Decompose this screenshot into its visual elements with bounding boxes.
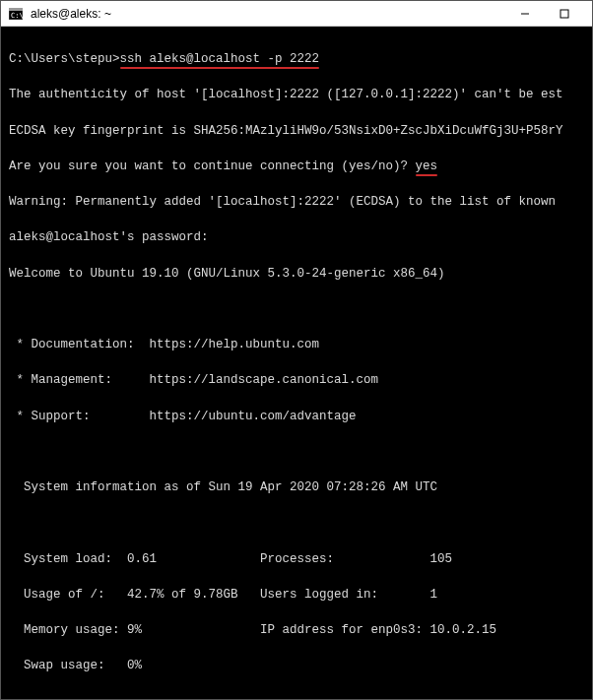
blank-line [9, 443, 584, 461]
window-title: aleks@aleks: ~ [31, 7, 111, 21]
output-line: Swap usage: 0% [9, 657, 584, 674]
terminal-icon: C:\ [9, 7, 23, 21]
cmd-line: C:\Users\stepu>ssh aleks@localhost -p 22… [9, 50, 584, 68]
maximize-button[interactable] [545, 1, 584, 27]
output-line: System information as of Sun 19 Apr 2020… [9, 478, 584, 496]
output-line: Are you sure you want to continue connec… [9, 158, 584, 175]
blank-line [9, 300, 584, 318]
svg-rect-4 [560, 10, 568, 18]
svg-rect-1 [9, 8, 23, 11]
blank-line [9, 693, 584, 700]
window-controls [505, 1, 584, 27]
svg-text:C:\: C:\ [11, 12, 23, 20]
output-line: * Support: https://ubuntu.com/advantage [9, 408, 584, 425]
output-line: ECDSA key fingerprint is SHA256:MAzlyliH… [9, 122, 584, 140]
output-line: Welcome to Ubuntu 19.10 (GNU/Linux 5.3.0… [9, 265, 584, 283]
window-titlebar: C:\ aleks@aleks: ~ [1, 1, 592, 27]
output-line: aleks@localhost's password: [9, 228, 584, 246]
output-line: Warning: Permanently added '[localhost]:… [9, 193, 584, 211]
answer-yes: yes [416, 158, 438, 175]
output-line: The authenticity of host '[localhost]:22… [9, 86, 584, 103]
output-line: Memory usage: 9% IP address for enp0s3: … [9, 621, 584, 639]
output-line: System load: 0.61 Processes: 105 [9, 550, 584, 568]
blank-line [9, 514, 584, 532]
minimize-button[interactable] [505, 1, 545, 27]
output-line: * Management: https://landscape.canonica… [9, 371, 584, 389]
output-line: Usage of /: 42.7% of 9.78GB Users logged… [9, 586, 584, 604]
output-line: * Documentation: https://help.ubuntu.com [9, 336, 584, 353]
terminal-output[interactable]: C:\Users\stepu>ssh aleks@localhost -p 22… [1, 27, 592, 700]
ssh-command: ssh aleks@localhost -p 2222 [120, 50, 320, 68]
